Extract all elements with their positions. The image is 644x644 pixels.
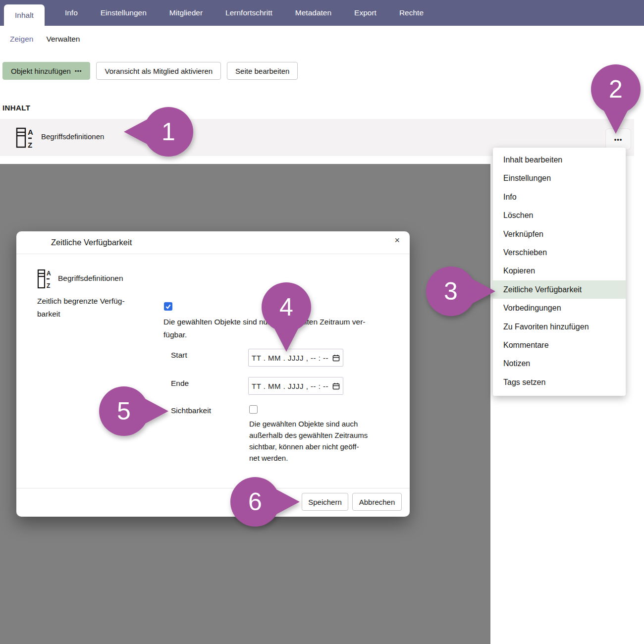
menu-item-inhalt-bearbeiten[interactable]: Inhalt bearbeiten (493, 151, 626, 169)
menu-item-zeitliche-verfuegbarkeit[interactable]: Zeitliche Verfügbarkeit (493, 280, 626, 299)
check-icon (165, 303, 171, 310)
availability-field-label: Zeitlich begrenzte Verfüg- barkeit (37, 295, 125, 321)
cancel-button[interactable]: Abbrechen (352, 493, 402, 511)
calendar-icon (332, 382, 340, 390)
svg-text:2: 2 (609, 75, 623, 103)
menu-item-vorbedingungen[interactable]: Vorbedingungen (493, 299, 626, 317)
item-actions-button[interactable]: ••• (605, 128, 631, 150)
menu-item-kopieren[interactable]: Kopieren (493, 262, 626, 280)
tab-inhalt[interactable]: Inhalt (4, 4, 45, 26)
visibility-checkbox[interactable] (249, 405, 258, 414)
add-object-label: Objekt hinzufügen (11, 67, 71, 75)
subnav-zeigen-link[interactable]: Zeigen (10, 35, 33, 44)
menu-item-verschieben[interactable]: Verschieben (493, 243, 626, 262)
glossary-icon: A Z (16, 126, 38, 151)
toolbar: Objekt hinzufügen ••• Voransicht als Mit… (2, 62, 298, 80)
tab-rechte[interactable]: Rechte (388, 0, 435, 26)
top-tab-bar: Inhalt Info Einstellungen Mitglieder Ler… (0, 0, 644, 26)
ellipsis-icon: ••• (614, 136, 623, 143)
visibility-label: Sichtbarkeit (171, 406, 211, 415)
modal-title: Zeitliche Verfügbarkeit (51, 238, 132, 247)
menu-item-notizen[interactable]: Notizen (493, 354, 626, 373)
tab-metadaten[interactable]: Metadaten (284, 0, 343, 26)
calendar-icon (332, 354, 340, 362)
visibility-caption: Die gewählten Objekte sind auch außerhal… (249, 418, 368, 464)
modal-object-name: Begriffsdefinitionen (58, 274, 123, 283)
start-datetime-input[interactable]: TT . MM . JJJJ , -- : -- (248, 349, 343, 367)
sub-nav: Zeigen Verwalten (10, 35, 80, 44)
svg-text:Z: Z (47, 282, 50, 289)
tab-mitglieder[interactable]: Mitglieder (158, 0, 214, 26)
svg-text:Z: Z (28, 141, 32, 149)
tab-export[interactable]: Export (343, 0, 388, 26)
menu-item-kommentare[interactable]: Kommentare (493, 336, 626, 354)
save-button[interactable]: Speichern (302, 493, 348, 511)
menu-item-einstellungen[interactable]: Einstellungen (493, 169, 626, 187)
menu-item-tags-setzen[interactable]: Tags setzen (493, 373, 626, 391)
item-actions-menu: Inhalt bearbeiten Einstellungen Info Lös… (493, 148, 626, 396)
menu-item-zu-favoriten[interactable]: Zu Favoriten hinzufügen (493, 318, 626, 336)
modal-footer: Speichern Abbrechen (16, 488, 410, 517)
add-object-button[interactable]: Objekt hinzufügen ••• (2, 62, 90, 80)
page: Inhalt Info Einstellungen Mitglieder Ler… (0, 0, 644, 644)
availability-modal: Zeitliche Verfügbarkeit × A Z Begriffsde… (16, 231, 410, 517)
subnav-verwalten-link[interactable]: Verwalten (46, 35, 80, 44)
availability-caption: Die gewählten Objekte sind nur im gewähl… (163, 316, 366, 341)
content-section-title: INHALT (2, 104, 30, 112)
svg-text:A: A (28, 128, 33, 136)
menu-item-info[interactable]: Info (493, 188, 626, 206)
start-label: Start (171, 351, 187, 360)
tab-lernfortschritt[interactable]: Lernfortschritt (214, 0, 284, 26)
availability-checkbox[interactable] (164, 302, 172, 311)
list-item-title-link[interactable]: Begriffsdefinitionen (41, 132, 104, 141)
preview-as-member-button[interactable]: Voransicht als Mitglied aktivieren (96, 62, 221, 80)
svg-text:A: A (47, 270, 51, 277)
tab-einstellungen[interactable]: Einstellungen (89, 0, 158, 26)
menu-item-loeschen[interactable]: Löschen (493, 206, 626, 224)
ende-label: Ende (171, 379, 189, 388)
ellipsis-icon: ••• (75, 68, 82, 74)
modal-header: Zeitliche Verfügbarkeit × (16, 231, 410, 254)
menu-item-verknuepfen[interactable]: Verknüpfen (493, 225, 626, 243)
edit-page-button[interactable]: Seite bearbeiten (227, 62, 298, 80)
close-icon[interactable]: × (394, 236, 400, 245)
glossary-icon: A Z (37, 268, 52, 291)
ende-datetime-input[interactable]: TT . MM . JJJJ , -- : -- (248, 377, 343, 395)
tab-info[interactable]: Info (54, 0, 89, 26)
